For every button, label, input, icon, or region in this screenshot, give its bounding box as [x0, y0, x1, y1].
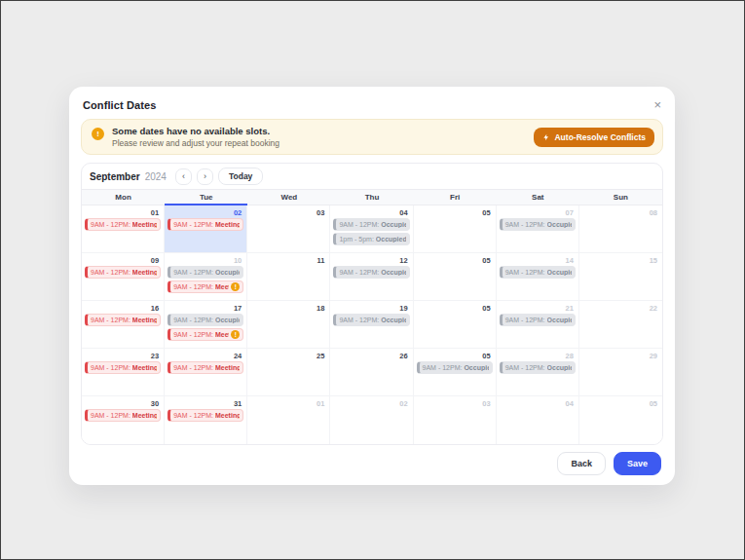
event-time: 9AM - 12PM: — [91, 364, 130, 371]
weekday-label-wed: Wed — [247, 190, 330, 205]
auto-resolve-label: Auto-Resolve Conflicts — [554, 132, 646, 142]
month-label: September — [90, 171, 140, 182]
date-number: 12 — [330, 255, 412, 266]
event-time: 9AM - 12PM: — [339, 269, 379, 276]
prev-month-button[interactable]: ‹ — [175, 168, 192, 185]
calendar-cell[interactable]: 15 — [579, 253, 662, 301]
date-number: 02 — [330, 398, 412, 409]
event-chip-conflict[interactable]: 9AM - 12PM:Meeting r... — [85, 218, 161, 231]
event-chip-occupied[interactable]: 9AM - 12PM:Occupied — [168, 314, 243, 326]
weekday-label-sun: Sun — [579, 190, 662, 205]
calendar-cell[interactable]: 26 — [330, 349, 413, 396]
event-time: 9AM - 12PM: — [505, 221, 545, 228]
event-chip-occupied[interactable]: 9AM - 12PM:Occupied — [500, 361, 576, 374]
calendar-cell[interactable]: 149AM - 12PM:Occupied — [497, 253, 579, 301]
save-button[interactable]: Save — [614, 452, 661, 475]
event-chip-conflict[interactable]: 9AM - 12PM:Meet...! — [168, 280, 243, 293]
alert-title: Some dates have no available slots. — [112, 126, 279, 136]
event-chip-occupied[interactable]: 9AM - 12PM:Occupied — [168, 266, 243, 279]
event-time: 9AM - 12PM: — [505, 364, 545, 371]
date-number: 23 — [82, 351, 164, 361]
event-title: Occupied — [381, 269, 405, 276]
calendar-cell[interactable]: 079AM - 12PM:Occupied — [497, 205, 579, 253]
close-icon[interactable]: × — [653, 98, 661, 111]
calendar-cell[interactable]: 309AM - 12PM:Meeting r... — [82, 396, 165, 444]
event-chip-occupied[interactable]: 9AM - 12PM:Occupied — [333, 266, 409, 279]
date-number: 07 — [497, 207, 578, 218]
calendar-cell[interactable]: 319AM - 12PM:Meeting r... — [165, 396, 247, 444]
alert-text: Some dates have no available slots. Plea… — [112, 126, 279, 148]
calendar-cell[interactable]: 099AM - 12PM:Meeting r... — [82, 253, 165, 301]
calendar-cell[interactable]: 22 — [579, 301, 662, 349]
event-chip-occupied[interactable]: 9AM - 12PM:Occupied — [500, 266, 576, 279]
alert-warning-icon: ! — [92, 128, 104, 140]
auto-resolve-button[interactable]: Auto-Resolve Conflicts — [534, 128, 654, 147]
event-chip-conflict[interactable]: 9AM - 12PM:Meeting r... — [168, 218, 243, 231]
calendar-cell[interactable]: 059AM - 12PM:Occupied — [414, 349, 497, 396]
date-number: 08 — [579, 207, 662, 218]
event-time: 9AM - 12PM: — [339, 317, 379, 323]
event-chip-conflict[interactable]: 9AM - 12PM:Meeting r... — [168, 409, 243, 422]
calendar-cell[interactable]: 03 — [414, 396, 497, 444]
event-time: 9AM - 12PM: — [505, 269, 545, 276]
event-chip-occupied[interactable]: 9AM - 12PM:Occupied — [500, 218, 576, 231]
event-title: Occupied — [547, 269, 572, 276]
calendar-cell[interactable]: 109AM - 12PM:Occupied9AM - 12PM:Meet...! — [165, 253, 247, 301]
calendar-cell[interactable]: 049AM - 12PM:Occupied1pm - 5pm:Occupied — [330, 205, 413, 253]
calendar-cell[interactable]: 249AM - 12PM:Meeting r... — [165, 349, 247, 396]
alert-banner: ! Some dates have no available slots. Pl… — [81, 119, 663, 155]
calendar-cell[interactable]: 04 — [497, 396, 579, 444]
calendar-cell[interactable]: 169AM - 12PM:Meeting r... — [82, 301, 165, 349]
event-chip-occupied[interactable]: 1pm - 5pm:Occupied — [333, 233, 409, 245]
calendar-cell[interactable]: 029AM - 12PM:Meeting r... — [165, 205, 247, 253]
event-chip-conflict[interactable]: 9AM - 12PM:Meeting r... — [85, 314, 161, 326]
calendar-cell[interactable]: 29 — [579, 349, 662, 396]
calendar-cell[interactable]: 05 — [414, 253, 497, 301]
calendar-cell[interactable]: 03 — [247, 205, 330, 253]
calendar-cell[interactable]: 08 — [579, 205, 662, 253]
calendar-cell[interactable]: 02 — [330, 396, 413, 444]
calendar-cell[interactable]: 179AM - 12PM:Occupied9AM - 12PM:Meet...! — [165, 301, 247, 349]
event-time: 9AM - 12PM: — [173, 331, 213, 338]
date-number: 19 — [330, 303, 412, 314]
calendar-cell[interactable]: 05 — [579, 396, 662, 444]
calendar-cell[interactable]: 05 — [414, 301, 497, 349]
date-number: 02 — [165, 207, 246, 218]
calendar-cell[interactable]: 199AM - 12PM:Occupied — [330, 301, 413, 349]
event-chip-conflict[interactable]: 9AM - 12PM:Meeting r... — [85, 409, 161, 422]
date-number: 09 — [82, 255, 164, 266]
event-title: Meeting r... — [215, 364, 240, 371]
calendar-cell[interactable]: 11 — [247, 253, 330, 301]
event-title: Meeting r... — [132, 317, 157, 323]
event-chip-conflict[interactable]: 9AM - 12PM:Meeting r... — [85, 266, 161, 279]
event-chip-occupied[interactable]: 9AM - 12PM:Occupied — [500, 314, 576, 326]
event-chip-conflict[interactable]: 9AM - 12PM:Meeting r... — [168, 361, 243, 374]
event-title: Occupied — [215, 317, 240, 323]
calendar-cell[interactable]: 219AM - 12PM:Occupied — [497, 301, 579, 349]
event-chip-occupied[interactable]: 9AM - 12PM:Occupied — [333, 314, 409, 326]
next-month-button[interactable]: › — [197, 168, 213, 185]
date-number: 26 — [330, 351, 412, 361]
date-number: 05 — [414, 207, 496, 218]
event-chip-conflict[interactable]: 9AM - 12PM:Meeting r... — [85, 361, 161, 374]
alert-subtitle: Please review and adjust your repeat boo… — [112, 138, 279, 148]
calendar-cell[interactable]: 289AM - 12PM:Occupied — [497, 349, 579, 396]
back-button[interactable]: Back — [557, 452, 606, 475]
today-button[interactable]: Today — [218, 168, 263, 185]
calendar-cell[interactable]: 05 — [414, 205, 497, 253]
calendar-cell[interactable]: 239AM - 12PM:Meeting r... — [82, 349, 165, 396]
weekday-label-tue: Tue — [165, 190, 247, 205]
calendar-cell[interactable]: 019AM - 12PM:Meeting r... — [82, 205, 165, 253]
calendar-cell[interactable]: 01 — [247, 396, 330, 444]
event-chip-occupied[interactable]: 9AM - 12PM:Occupied — [333, 218, 409, 231]
event-chip-conflict[interactable]: 9AM - 12PM:Meet...! — [168, 328, 243, 341]
event-title: Occupied — [547, 364, 572, 371]
calendar-cell[interactable]: 18 — [247, 301, 330, 349]
calendar-cell[interactable]: 129AM - 12PM:Occupied — [330, 253, 413, 301]
date-number: 05 — [414, 255, 496, 266]
event-title: Meeting r... — [132, 364, 157, 371]
calendar-cell[interactable]: 25 — [247, 349, 330, 396]
event-title: Meet... — [215, 283, 229, 290]
event-chip-occupied[interactable]: 9AM - 12PM:Occupied — [417, 361, 493, 374]
event-title: Occupied — [547, 317, 572, 323]
